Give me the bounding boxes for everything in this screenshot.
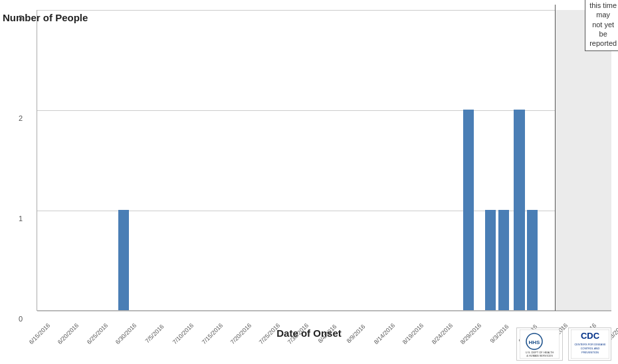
hhs-logo: HHS U.S. DEPT OF HEALTH & HUMAN SERVICES [516, 327, 563, 361]
bar [527, 210, 538, 310]
svg-text:CDC: CDC [580, 331, 599, 341]
x-tick-label: 6/20/2016 [56, 322, 80, 345]
logo-area: HHS U.S. DEPT OF HEALTH & HUMAN SERVICES… [516, 327, 611, 361]
grid-line [37, 10, 611, 11]
grid-line [37, 110, 611, 111]
x-tick-label: 8/9/2016 [345, 323, 366, 345]
svg-text:CONTROL AND: CONTROL AND [580, 347, 599, 350]
x-tick-label: 7/20/2016 [229, 322, 253, 345]
y-tick-label: 1 [19, 215, 23, 223]
x-tick-label: 8/29/2016 [459, 322, 482, 345]
bar [118, 210, 129, 310]
grid-line [37, 311, 611, 312]
bar [485, 210, 496, 310]
x-tick-label: 6/30/2016 [114, 322, 138, 345]
y-tick-label: 2 [19, 114, 23, 122]
shaded-region [555, 10, 612, 310]
x-tick-label: 6/25/2016 [85, 322, 108, 345]
x-tick-label: 9/3/2016 [489, 323, 510, 345]
x-tick-label: 7/5/2016 [144, 323, 165, 345]
svg-text:& HUMAN SERVICES: & HUMAN SERVICES [526, 354, 553, 357]
svg-text:PREVENTION: PREVENTION [581, 351, 598, 354]
bar [463, 110, 474, 310]
x-tick-label: 7/10/2016 [171, 322, 195, 345]
x-axis-label: Date of Onset [276, 327, 342, 339]
x-tick-label: 8/24/2016 [430, 322, 453, 345]
y-tick-label: 3 [19, 14, 23, 22]
svg-text:CENTERS FOR DISEASE: CENTERS FOR DISEASE [574, 343, 605, 346]
x-tick-label: 8/14/2016 [373, 322, 396, 345]
cdc-logo: CDC CENTERS FOR DISEASE CONTROL AND PREV… [568, 327, 611, 361]
chart-container: Number of People 0123Illnesses that star… [0, 0, 618, 364]
y-tick-label: 0 [19, 315, 23, 323]
chart-area: 0123Illnesses that startedduring this ti… [37, 10, 611, 311]
x-tick-label: 6/15/2016 [28, 322, 51, 345]
x-tick-label: 7/15/2016 [200, 322, 223, 345]
bar [498, 210, 509, 310]
annotation-box: Illnesses that startedduring this time m… [585, 0, 618, 51]
annotation-line [555, 5, 556, 311]
svg-text:HHS: HHS [529, 339, 541, 345]
bar [514, 110, 524, 310]
x-tick-label: 8/19/2016 [401, 322, 425, 345]
